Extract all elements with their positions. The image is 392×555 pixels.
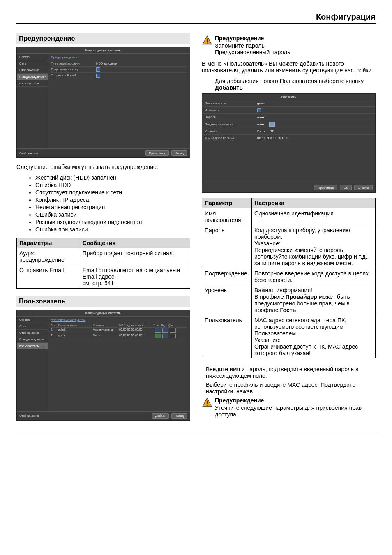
warning-title: Предупреждение <box>215 35 290 42</box>
table-row: ПарольКод доступа к прибору, управлению … <box>202 225 376 268</box>
sidebar-item[interactable]: пользователь <box>17 343 48 349</box>
svg-rect-4 <box>207 401 208 404</box>
warning-icon <box>202 35 212 46</box>
action-icon[interactable] <box>162 328 168 333</box>
table-row: УровеньВажная информация!В профиле Прова… <box>202 285 376 315</box>
screenshot-edit-user: Изменить ПользовательguestИзменитьПароль… <box>202 93 376 193</box>
sidebar-item[interactable]: Сеть <box>17 60 48 67</box>
after-para-2: Выберите профиль и введите МАС адрес. По… <box>206 382 376 395</box>
dialog-title: Изменить <box>202 94 375 100</box>
warning-block-2: Предупреждение Уточните следующие параме… <box>202 397 376 418</box>
warning-title: Предупреждение <box>215 397 376 404</box>
warning-block-1: Предупреждение Запомните пароль Предуста… <box>202 35 376 56</box>
action-icon[interactable] <box>162 334 168 338</box>
embed-tab[interactable]: Управление аккаунтом <box>51 318 187 322</box>
screenshot-user-config: Конфигурация системы GeneralСетьОтображе… <box>16 310 190 421</box>
list-item: Ошибка записи <box>35 211 190 218</box>
sidebar-item[interactable]: Отображение <box>17 67 48 74</box>
list-item: Жесткий диск (HDD) заполнен <box>35 174 190 181</box>
cancel-button[interactable]: Отмена <box>354 185 373 190</box>
embed-tab[interactable]: Предупреждение <box>51 56 187 59</box>
th-params: Параметры <box>17 238 80 248</box>
user-menu-para: В меню «Пользователь» Вы можете добавить… <box>202 60 376 74</box>
sidebar-item[interactable]: Отображение <box>17 330 48 336</box>
screenshot-warning-config: Конфигурация системы GeneralСетьОтображе… <box>16 47 190 158</box>
warning-line: Предустановленный пароль <box>215 49 290 56</box>
add-instruction: Для добавления нового Пользователя выбер… <box>215 78 376 91</box>
table-row: ПодтверждениеПовторное введение кода дос… <box>202 268 376 285</box>
warning-line: Запомните пароль <box>215 42 290 49</box>
th-setting: Настройка <box>252 198 376 208</box>
left-column: Предупреждение Конфигурация системы Gene… <box>16 33 190 426</box>
table-row: Имя пользователяОднозначная идентификаци… <box>202 208 376 225</box>
footer-rule <box>16 434 376 436</box>
add-button[interactable]: Добав. <box>152 413 169 419</box>
apply-button[interactable]: Применить <box>314 185 337 190</box>
embed-footer-left: Отображение <box>19 151 39 155</box>
sidebar-item[interactable]: General <box>17 54 48 60</box>
section-warning-title: Предупреждение <box>16 33 190 44</box>
svg-rect-2 <box>207 42 208 43</box>
ok-button[interactable]: OK <box>340 185 352 190</box>
embed-title: Конфигурация системы <box>17 47 190 54</box>
list-item: Разный входной/выходной видеосигнал <box>35 219 190 225</box>
action-icon[interactable] <box>170 328 176 333</box>
list-item: Нелегальная регистрация <box>35 204 190 210</box>
back-button[interactable]: Назад <box>171 150 188 156</box>
checkbox-icon[interactable] <box>96 74 100 78</box>
page-title: Конфигурация <box>16 12 376 24</box>
list-item: Ошибка при записи <box>35 226 190 233</box>
sidebar-item[interactable]: Сеть <box>17 323 48 330</box>
svg-rect-5 <box>207 405 208 405</box>
table-row: Отправить EmailEmail отправляется на спе… <box>17 265 190 289</box>
checkbox-icon[interactable] <box>96 67 100 72</box>
th-param: Параметр <box>202 198 252 208</box>
params-messages-table: Параметры Сообщения Аудио предупреждение… <box>16 238 190 289</box>
list-item: Отсутствует подключение к сети <box>35 189 190 196</box>
sidebar-item[interactable]: Предупреждение <box>17 336 48 343</box>
table-row: ПользовательМАС адрес сетевого адаптера … <box>202 315 376 358</box>
list-item: Конфликт IP адреса <box>35 197 190 203</box>
error-list: Жесткий диск (HDD) заполненОшибка HDDОтс… <box>16 174 190 233</box>
embed-footer-left: Отображение <box>19 414 39 418</box>
chevron-down-icon[interactable] <box>270 130 274 132</box>
after-para-1: Введите имя и пароль, подтвердите введен… <box>206 366 376 379</box>
svg-rect-1 <box>207 39 208 42</box>
right-column: Предупреждение Запомните пароль Предуста… <box>202 33 376 426</box>
table-row: Аудио предупреждениеПрибор подает повтор… <box>17 248 190 265</box>
action-icon[interactable] <box>170 334 176 338</box>
param-settings-table: Параметр Настройка Имя пользователяОдноз… <box>202 198 376 358</box>
sidebar-item[interactable]: Предупреждение <box>17 74 48 80</box>
action-icon[interactable] <box>155 328 161 333</box>
list-item: Ошибка HDD <box>35 182 190 188</box>
apply-button[interactable]: Применить <box>145 150 169 156</box>
action-icon[interactable] <box>155 334 161 338</box>
th-messages: Сообщения <box>80 238 190 248</box>
warning-icon <box>202 397 212 408</box>
sidebar-item[interactable]: General <box>17 317 48 323</box>
embed-title: Конфигурация системы <box>17 310 190 317</box>
sidebar-item[interactable]: пользователь <box>17 80 48 87</box>
section-user-title: Пользователь <box>16 296 190 307</box>
back-button[interactable]: Назад <box>171 413 188 419</box>
errors-intro: Следующие ошибки могут вызвать предупреж… <box>16 164 190 170</box>
keyboard-icon[interactable] <box>269 122 275 127</box>
checkbox-icon[interactable] <box>257 108 261 112</box>
warning-body: Уточните следующие параметры для присвое… <box>215 405 376 418</box>
